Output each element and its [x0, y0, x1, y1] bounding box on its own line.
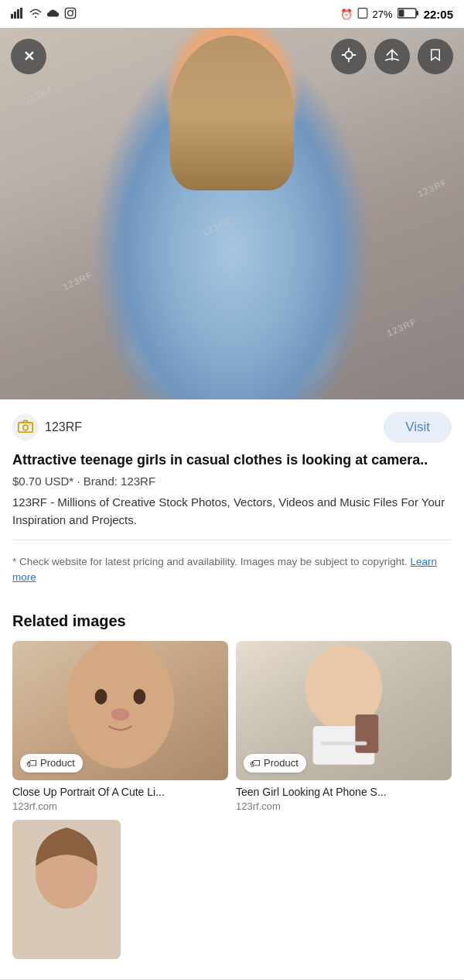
- tag-icon-1: 🏷: [26, 757, 37, 769]
- svg-rect-0: [11, 14, 13, 19]
- phone-icon: [357, 8, 368, 21]
- share-button[interactable]: [374, 39, 410, 74]
- svg-rect-9: [416, 11, 418, 15]
- close-icon: ✕: [23, 48, 35, 65]
- svg-rect-4: [65, 8, 75, 18]
- brand-row: 123RF Visit: [12, 412, 452, 443]
- related-grid: 🏷 Product Close Up Portrait Of A Cute Li…: [12, 641, 452, 812]
- bookmark-button[interactable]: [418, 39, 453, 74]
- svg-point-5: [68, 10, 73, 15]
- instagram-icon: [64, 7, 77, 22]
- related-item-3-partial[interactable]: [12, 820, 121, 959]
- hero-actions: ✕: [11, 39, 453, 74]
- svg-point-11: [345, 51, 352, 58]
- status-right: ⏰ 27% 22:05: [340, 8, 453, 21]
- brand-label: Brand: 123RF: [84, 475, 155, 488]
- disclaimer-text: * Check website for latest pricing and a…: [12, 556, 408, 567]
- bookmark-icon: [428, 46, 442, 67]
- svg-point-6: [73, 9, 74, 11]
- svg-point-13: [23, 425, 29, 430]
- tag-icon-2: 🏷: [250, 757, 261, 769]
- time-display: 22:05: [424, 8, 453, 21]
- camera-icon: [18, 419, 33, 436]
- svg-point-18: [111, 708, 130, 721]
- hero-image: 123RF 123RF 123RF 123RF 123RF ✕: [0, 28, 464, 399]
- brand-left: 123RF: [12, 414, 82, 440]
- related-row-2: [12, 820, 452, 959]
- status-left: [11, 7, 77, 22]
- svg-rect-21: [355, 714, 378, 753]
- divider: [12, 540, 452, 540]
- info-section: 123RF Visit Attractive teenage girls in …: [0, 399, 464, 600]
- cloud-icon: [46, 8, 60, 21]
- svg-rect-7: [358, 8, 367, 18]
- close-button[interactable]: ✕: [11, 39, 46, 74]
- brand-name: 123RF: [45, 420, 82, 434]
- description: 123RF - Millions of Creative Stock Photo…: [12, 494, 452, 529]
- battery-text: 27%: [373, 9, 393, 20]
- brand-icon: [12, 414, 39, 440]
- related-item-2[interactable]: 🏷 Product Teen Girl Looking At Phone S..…: [236, 641, 452, 812]
- visit-button[interactable]: Visit: [384, 412, 452, 443]
- svg-point-15: [67, 641, 175, 769]
- svg-point-17: [133, 689, 145, 704]
- svg-rect-2: [17, 9, 19, 19]
- battery-icon: [397, 8, 419, 21]
- product-title: Attractive teenage girls in casual cloth…: [12, 451, 452, 470]
- svg-rect-22: [321, 742, 367, 745]
- related-image-1: 🏷 Product: [12, 641, 228, 780]
- svg-point-14: [29, 424, 31, 426]
- scan-button[interactable]: [331, 39, 367, 74]
- signal-icon: [11, 8, 25, 21]
- related-caption-2: Teen Girl Looking At Phone S...: [236, 785, 452, 799]
- price-brand: $0.70 USD* · Brand: 123RF: [12, 475, 452, 488]
- product-badge-1: 🏷 Product: [20, 754, 83, 773]
- related-item-1[interactable]: 🏷 Product Close Up Portrait Of A Cute Li…: [12, 641, 228, 812]
- svg-point-16: [95, 689, 107, 704]
- related-image-2: 🏷 Product: [236, 641, 452, 780]
- svg-rect-3: [20, 8, 22, 19]
- wifi-icon: [29, 8, 43, 21]
- disclaimer: * Check website for latest pricing and a…: [12, 548, 452, 592]
- action-buttons: [331, 39, 453, 74]
- price: $0.70 USD*: [12, 475, 73, 488]
- related-title: Related images: [12, 612, 452, 630]
- product-badge-2: 🏷 Product: [244, 754, 306, 773]
- related-section: Related images 🏷 Product: [0, 600, 464, 971]
- svg-rect-1: [14, 12, 16, 19]
- status-bar: ⏰ 27% 22:05: [0, 0, 464, 28]
- scan-icon: [340, 46, 357, 67]
- alarm-icon: ⏰: [340, 9, 353, 20]
- related-source-2: 123rf.com: [236, 800, 452, 812]
- badge-label-2: Product: [264, 757, 299, 769]
- badge-label-1: Product: [40, 757, 75, 769]
- dot-separator: ·: [77, 475, 83, 488]
- related-source-1: 123rf.com: [12, 800, 228, 812]
- share-icon: [384, 46, 400, 67]
- svg-rect-10: [398, 9, 404, 16]
- related-caption-1: Close Up Portrait Of A Cute Li...: [12, 785, 228, 799]
